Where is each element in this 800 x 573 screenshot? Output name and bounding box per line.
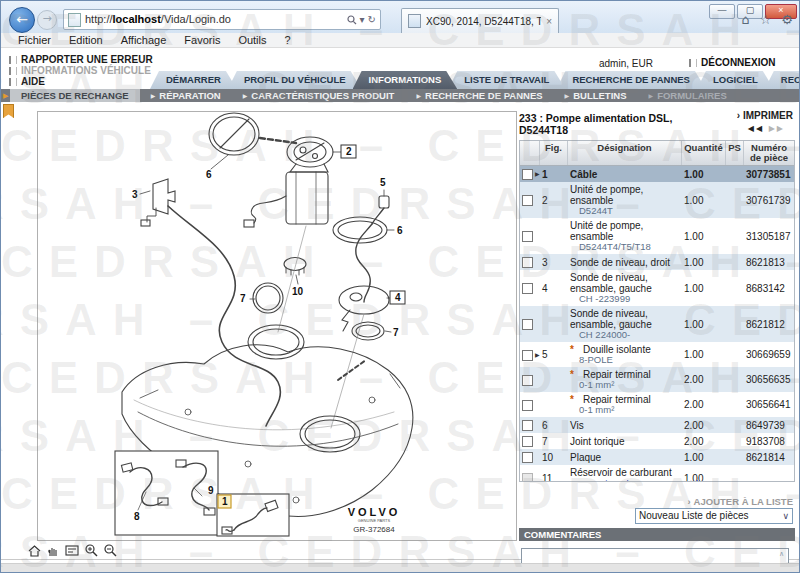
search-icon[interactable] bbox=[347, 15, 357, 25]
table-row[interactable]: *Repair terminal0-1 mm²2.0030656641 bbox=[520, 392, 794, 417]
table-row[interactable]: 7Joint torique2.009183708 bbox=[520, 433, 794, 449]
table-row[interactable]: 11Réservoir de carburantReservoir carbur… bbox=[520, 465, 794, 482]
main-tab[interactable]: LOGICIEL bbox=[697, 71, 774, 89]
sub-tab-label: FORMULAIRES bbox=[657, 90, 727, 101]
sub-tab-label: RECHERCHE DE PANNES bbox=[425, 90, 543, 101]
favorites-star-icon[interactable]: ☆ bbox=[760, 12, 772, 27]
row-checkbox[interactable] bbox=[522, 283, 533, 294]
table-row[interactable]: 2Unité de pompe, ensambleD5244T1.0030761… bbox=[520, 182, 794, 218]
row-select-cell bbox=[520, 449, 540, 465]
part-number: 31305187 bbox=[744, 229, 794, 244]
table-row[interactable]: 4Sonde de niveau, ensamble, gaucheCH -22… bbox=[520, 270, 794, 306]
table-row[interactable]: 3Sonde de niveau, droit1.008621813 bbox=[520, 254, 794, 270]
menu-item[interactable]: Fichier bbox=[9, 34, 60, 46]
refresh-icon[interactable]: ↻ bbox=[368, 10, 376, 29]
table-row[interactable]: Sonde de niveau, ensamble, gaucheCH 2240… bbox=[520, 306, 794, 342]
menu-item[interactable]: ? bbox=[276, 34, 300, 46]
designation-text: Unité de pompe, ensamble bbox=[570, 220, 643, 242]
home-icon[interactable]: ⌂ bbox=[741, 12, 749, 27]
back-button[interactable]: ← bbox=[9, 7, 35, 33]
row-checkbox[interactable] bbox=[522, 350, 533, 361]
forward-button[interactable]: → bbox=[37, 10, 57, 30]
table-row[interactable]: *Repair terminal0-1 mm²2.0030656635 bbox=[520, 367, 794, 392]
tab-favicon bbox=[408, 14, 421, 28]
zoom-in-icon[interactable] bbox=[85, 544, 98, 557]
designation-line: Plaque bbox=[570, 452, 680, 463]
designation-cell: Joint torique bbox=[568, 434, 682, 449]
row-checkbox[interactable] bbox=[522, 452, 533, 463]
menu-item[interactable]: Edition bbox=[60, 34, 112, 46]
header-link[interactable]: AIDE bbox=[9, 76, 153, 87]
table-row[interactable]: Unité de pompe, ensambleD5244T4/T5/T181.… bbox=[520, 218, 794, 254]
sub-tab[interactable]: ▶RECHERCHE DE PANNES bbox=[405, 89, 553, 102]
tab-close-icon[interactable]: × bbox=[546, 16, 552, 27]
sub-tab[interactable]: ▶RÉPARATION bbox=[140, 89, 232, 102]
logout-link[interactable]: DÉCONNEXION bbox=[689, 57, 775, 68]
menu-item[interactable]: Affichage bbox=[112, 34, 176, 46]
callout-1-highlight: 1 bbox=[222, 496, 228, 507]
zoom-out-icon[interactable] bbox=[104, 544, 117, 557]
main-tab[interactable]: RECHERCHER bbox=[765, 71, 800, 89]
designation-text: Sonde de niveau, droit bbox=[570, 257, 670, 268]
table-row[interactable]: ▶5*Douille isolante8-POLE1.0030669659 bbox=[520, 342, 794, 367]
print-link[interactable]: ›IMPRIMER bbox=[737, 110, 793, 121]
sub-tab[interactable]: ▶CARACTÉRISTIQUES PRODUIT bbox=[232, 89, 406, 102]
designation-line: Vis bbox=[570, 420, 680, 431]
row-checkbox[interactable] bbox=[522, 436, 533, 447]
pager-next-icon[interactable]: ▶▶ bbox=[769, 124, 785, 133]
expand-arrow-icon[interactable]: ▶ bbox=[535, 169, 540, 178]
address-bar[interactable]: http://localhost/Vida/Login.do ▾ ↻ bbox=[63, 9, 381, 30]
main-tab[interactable]: INFORMATIONS bbox=[353, 71, 458, 89]
add-to-list-link[interactable]: ›AJOUTER À LA LISTE bbox=[687, 496, 793, 507]
gear-icon[interactable]: ⚙ bbox=[781, 12, 793, 27]
table-row[interactable]: 6Vis2.008649739 bbox=[520, 417, 794, 433]
menu-item[interactable]: Favoris bbox=[175, 34, 229, 46]
expand-arrow-icon[interactable]: ▶ bbox=[535, 350, 540, 359]
designation-text: Plaque bbox=[570, 452, 601, 463]
row-select-cell: ▶ bbox=[520, 347, 540, 363]
sub-tab[interactable]: ▶BULLETINS bbox=[554, 89, 638, 102]
row-checkbox[interactable] bbox=[522, 420, 533, 431]
browser-tab[interactable]: XC90, 2014, D5244T18, TF-8... × bbox=[401, 8, 559, 33]
row-checkbox[interactable] bbox=[522, 375, 533, 386]
search-dropdown-icon[interactable]: ▾ bbox=[360, 10, 365, 29]
diagram-panel[interactable]: 6 2 3 5 6 10 7 4 7 8 9 1 bbox=[37, 111, 517, 541]
row-checkbox[interactable] bbox=[522, 169, 533, 180]
row-checkbox[interactable] bbox=[522, 400, 533, 411]
fig-number: 3 bbox=[540, 255, 568, 270]
sub-tab[interactable]: PIÈCES DE RECHANGE bbox=[10, 89, 140, 102]
header-link[interactable]: RAPPORTER UNE ERREUR bbox=[9, 54, 153, 65]
designation-cell: Sonde de niveau, ensamble, gaucheCH 2240… bbox=[568, 306, 682, 342]
designation-text: Vis bbox=[570, 420, 584, 431]
table-row[interactable]: 10Plaque1.008621814 bbox=[520, 449, 794, 465]
row-checkbox[interactable] bbox=[522, 319, 533, 330]
menu-item[interactable]: Outils bbox=[229, 34, 275, 46]
col-part-number: Numéro de pièce bbox=[744, 141, 794, 165]
ps bbox=[726, 378, 744, 382]
pager-prev-icon[interactable]: ◀◀ bbox=[748, 124, 764, 133]
home-icon[interactable] bbox=[28, 545, 41, 557]
header-links: RAPPORTER UNE ERREURINFORMATIONS VÉHICUL… bbox=[9, 54, 153, 87]
row-checkbox[interactable] bbox=[522, 195, 533, 206]
tab-title[interactable]: XC90, 2014, D5244T18, TF-8... bbox=[426, 16, 541, 27]
add-to-list-label: AJOUTER À LA LISTE bbox=[694, 496, 793, 507]
row-select-cell bbox=[520, 192, 540, 208]
scroll-up-icon[interactable]: ∧ bbox=[779, 550, 784, 558]
related-document-link[interactable]: Reservoir carburant et raccordements D52… bbox=[570, 478, 680, 482]
part-number: 9183708 bbox=[744, 434, 794, 449]
pan-hand-icon[interactable] bbox=[47, 545, 59, 557]
row-checkbox[interactable] bbox=[522, 257, 533, 268]
main-tab[interactable]: RECHERCHE DE PANNES bbox=[556, 71, 706, 89]
main-tab[interactable]: PROFIL DU VÉHICULE bbox=[228, 71, 362, 89]
table-row[interactable]: ▶1Câble1.0030773851 bbox=[520, 166, 794, 182]
fit-view-icon[interactable] bbox=[65, 545, 79, 556]
row-checkbox[interactable] bbox=[522, 231, 533, 242]
main-tab[interactable]: DÉMARRER bbox=[150, 71, 237, 89]
parts-list-select[interactable]: Nouveau Liste de pièces ∨ bbox=[635, 508, 793, 524]
main-tab[interactable]: LISTE DE TRAVAIL bbox=[448, 71, 565, 89]
col-ps: PS bbox=[726, 141, 744, 165]
minimize-button[interactable]: — bbox=[709, 4, 735, 19]
tab-marker-icon: ▶ bbox=[243, 92, 248, 99]
url-text[interactable]: http://localhost/Vida/Login.do bbox=[85, 10, 343, 29]
ps bbox=[726, 455, 744, 459]
